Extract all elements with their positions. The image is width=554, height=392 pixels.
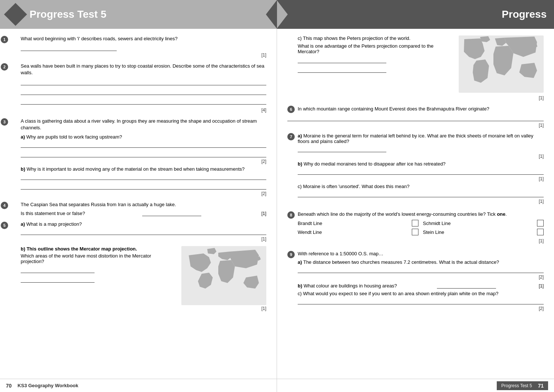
q5-number: 5 bbox=[1, 222, 8, 229]
q5b-mark: [1] bbox=[21, 306, 266, 311]
q8-checkbox4[interactable] bbox=[537, 229, 544, 235]
q5a-label: a) bbox=[21, 221, 25, 227]
q4-number: 4 bbox=[1, 202, 8, 209]
q6-mark: [1] bbox=[287, 123, 544, 128]
q6-number: 6 bbox=[287, 106, 295, 113]
q7c-text: Moraine is often 'unsorted'. What does t… bbox=[303, 184, 409, 189]
q5c-question: What is one advantage of the Peters proj… bbox=[298, 43, 453, 54]
q7-number: 7 bbox=[287, 133, 295, 140]
footer-right-inner: Progress Test 5 71 bbox=[497, 381, 548, 390]
right-content: c) This map shows the Peters projection … bbox=[277, 35, 554, 379]
q8-number: 8 bbox=[287, 211, 295, 219]
q3-number: 3 bbox=[1, 118, 8, 126]
question-6: 6 In which mountain range containing Mou… bbox=[287, 106, 544, 128]
footer-right: Progress Test 5 71 bbox=[277, 379, 554, 392]
q3b-text: Why is it important to avoid moving any … bbox=[27, 166, 244, 172]
q7a-text: Moraine is the general term for material… bbox=[298, 133, 533, 144]
question-5: 5 a) What is a map projection? [1] bbox=[10, 221, 266, 311]
q3b-label: b) bbox=[21, 166, 25, 172]
q7b-mark: [1] bbox=[298, 176, 544, 181]
q9c-label: c) bbox=[298, 291, 303, 296]
q7c-mark: [1] bbox=[298, 199, 544, 204]
q9c-text: What would you expect to see if you went… bbox=[303, 291, 498, 296]
q4-mark: [1] bbox=[261, 211, 266, 216]
peters-map bbox=[459, 35, 544, 95]
q5b-heading: b) This outline shows the Mercator map p… bbox=[21, 246, 175, 252]
right-header: Progress bbox=[277, 0, 554, 29]
question-2: 2 Sea walls have been built in many plac… bbox=[10, 63, 266, 112]
q5c-intro: c) This map shows the Peters projection … bbox=[298, 35, 453, 41]
q4-text: The Caspian Sea that separates Russia fr… bbox=[21, 201, 266, 208]
q8-opt1: Brandt Line bbox=[298, 221, 407, 226]
q5b-question: Which areas of the world have most disto… bbox=[21, 253, 175, 264]
q9b-text: b) What colour are buildings in housing … bbox=[298, 283, 397, 289]
q8-opt2: Schmidt Line bbox=[423, 221, 533, 226]
question-7: 7 a) Moraine is the general term for mat… bbox=[287, 133, 544, 206]
q7c-label: c) bbox=[298, 184, 303, 189]
question-3: 3 A class is gathering data about a rive… bbox=[10, 118, 266, 196]
q9a-text: The distance between two churches measur… bbox=[303, 259, 499, 265]
q8-mark: [1] bbox=[298, 238, 544, 243]
q3b-mark: [2] bbox=[21, 191, 266, 196]
q3-text: A class is gathering data about a river … bbox=[21, 118, 266, 131]
q8-text: Beneath which line do the majority of th… bbox=[298, 211, 507, 217]
left-header-title: Progress Test 5 bbox=[30, 8, 106, 20]
q3a-label: a) bbox=[21, 134, 25, 140]
q1-text: What word beginning with 'i' describes r… bbox=[21, 35, 266, 42]
question-4: 4 The Caspian Sea that separates Russia … bbox=[10, 201, 266, 216]
q2-text: Sea walls have been built in many places… bbox=[21, 63, 266, 76]
mercator-map bbox=[181, 246, 266, 305]
question-9: 9 With reference to a 1:50000 O.S. map… … bbox=[287, 251, 544, 313]
question-5c: c) This map shows the Peters projection … bbox=[287, 35, 544, 100]
q3a-text: Why are pupils told to work facing upstr… bbox=[26, 134, 122, 140]
q9a-mark: [2] bbox=[298, 275, 544, 280]
q3a-mark: [2] bbox=[21, 159, 266, 164]
q5a-mark: [1] bbox=[21, 236, 266, 242]
q9b-mark: [1] bbox=[539, 283, 544, 289]
footer: 70 KS3 Geography Workbook Progress Test … bbox=[0, 379, 554, 392]
left-header: Progress Test 5 bbox=[0, 0, 277, 29]
q4-inline: Is this statement true or false? bbox=[21, 211, 85, 216]
q2-mark: [4] bbox=[21, 108, 266, 113]
footer-right-page-num: 71 bbox=[538, 383, 544, 389]
footer-left-page-num: 70 bbox=[6, 383, 12, 389]
question-1: 1 What word beginning with 'i' describes… bbox=[10, 35, 266, 58]
footer-left: 70 KS3 Geography Workbook bbox=[0, 379, 277, 392]
q7b-label: b) bbox=[298, 161, 302, 167]
q5a-text: What is a map projection? bbox=[26, 221, 82, 227]
q8-opt3: Wendt Line bbox=[298, 229, 407, 235]
q9c-mark: [2] bbox=[298, 306, 544, 311]
left-content: 1 What word beginning with 'i' describes… bbox=[0, 35, 277, 379]
q8-opt4: Stein Line bbox=[423, 229, 533, 235]
q9-number: 9 bbox=[287, 251, 295, 258]
q8-checkbox2[interactable] bbox=[537, 220, 544, 226]
right-header-title: Progress bbox=[502, 8, 547, 20]
question-8: 8 Beneath which line do the majority of … bbox=[287, 211, 544, 246]
q9-intro: With reference to a 1:50000 O.S. map… bbox=[298, 251, 383, 256]
q2-number: 2 bbox=[1, 63, 8, 71]
q6-text: In which mountain range containing Mount… bbox=[298, 106, 544, 112]
q7a-label: a) bbox=[298, 133, 302, 139]
q7a-mark: [1] bbox=[298, 154, 544, 159]
footer-right-label: Progress Test 5 bbox=[501, 383, 532, 388]
header-diamond-icon bbox=[4, 3, 27, 26]
q5c-mark: [1] bbox=[298, 95, 544, 100]
q7b-text: Why do medial moraines tend to disappear… bbox=[304, 161, 445, 167]
q1-mark: [1] bbox=[21, 52, 266, 58]
q1-number: 1 bbox=[1, 36, 8, 43]
q9a-label: a) bbox=[298, 259, 302, 265]
q8-checkbox1[interactable] bbox=[412, 220, 418, 226]
footer-left-title: KS3 Geography Workbook bbox=[18, 383, 78, 388]
q8-checkbox3[interactable] bbox=[412, 229, 418, 235]
